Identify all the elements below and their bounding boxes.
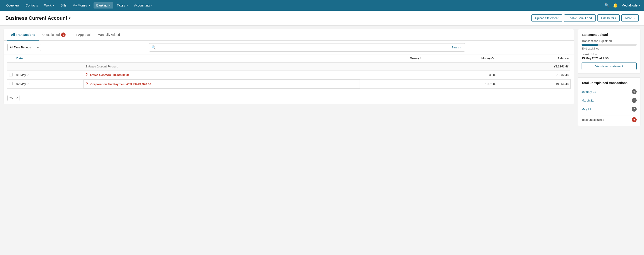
balance-forward-row: Balance brought Forward £21,362.48: [8, 63, 570, 71]
pagination-row: 25 10 50 100: [4, 92, 574, 104]
nav-contacts[interactable]: Contacts: [23, 2, 40, 9]
search-magnifier-icon: 🔍: [149, 44, 158, 51]
row-balance: 19,956.48: [498, 80, 570, 89]
total-unexplained-label: Total unexplained: [582, 118, 604, 121]
statement-upload-title: Statement upload: [582, 33, 636, 37]
row-money-out: 1,376.00: [424, 80, 498, 89]
nav-right: 🔍 🔔 MediaNode: [604, 3, 640, 8]
row-money-out: 30.00: [424, 71, 498, 80]
row-status-cell: ? Office Costs//OTHER/£30.00: [84, 71, 360, 80]
table-row: 02 May 21 ? Corporation Tax Payment//OTH…: [8, 80, 570, 89]
tab-unexplained[interactable]: Unexplained 9: [39, 29, 69, 41]
unexplained-icon[interactable]: ?: [86, 73, 88, 77]
view-latest-statement-button[interactable]: View latest statement: [582, 63, 636, 70]
list-item: May 21 2: [582, 105, 636, 113]
nav-mymoney[interactable]: My Money: [70, 2, 93, 9]
progress-bar-fill: [582, 44, 598, 46]
search-box: 🔍 Search: [149, 43, 465, 52]
balance-forward-amount: £21,362.48: [498, 63, 570, 71]
row-date: 02 May 21: [14, 80, 84, 89]
enable-bank-feed-button[interactable]: Enable Bank Feed: [564, 14, 596, 22]
more-button[interactable]: More: [622, 14, 639, 22]
search-wrapper: 🔍 Search: [44, 43, 570, 52]
month-march-link[interactable]: March 21: [582, 99, 594, 102]
progress-text: 30% explained: [582, 47, 636, 50]
balance-forward-label: Balance brought Forward: [84, 63, 360, 71]
transactions-panel: All Transactions Unexplained 9 For Appro…: [4, 29, 574, 104]
tab-manually-added[interactable]: Manually Added: [94, 29, 124, 41]
search-input[interactable]: [158, 44, 448, 51]
per-page-select[interactable]: 25 10 50 100: [8, 95, 20, 101]
unexplained-list: January 21 6 March 21 1 May 21 2: [582, 87, 636, 113]
list-item: January 21 6: [582, 87, 636, 96]
sort-arrow-icon: ▲: [24, 57, 26, 60]
row-status-cell: ? Corporation Tax Payment//OTHER/£1,376.…: [84, 80, 360, 89]
latest-upload-value: 19 May 2021 at 4:55: [582, 57, 636, 60]
transactions-table: Date ▲ Money In Money Out Balance B: [8, 55, 570, 89]
row-balance: 21,332.48: [498, 71, 570, 80]
month-january-link[interactable]: January 21: [582, 90, 596, 93]
january-count-badge: 6: [632, 89, 636, 94]
unexplained-icon[interactable]: ?: [86, 82, 88, 86]
account-title[interactable]: Business Current Account ▾: [5, 15, 70, 21]
search-button[interactable]: Search: [448, 44, 465, 51]
transactions-table-container: Date ▲ Money In Money Out Balance B: [4, 55, 574, 92]
unexplained-badge: 9: [61, 33, 66, 37]
col-money-out: Money Out: [424, 55, 498, 63]
total-count-badge: 9: [632, 117, 636, 122]
col-description: [84, 55, 360, 63]
col-money-in: Money In: [360, 55, 424, 63]
edit-details-button[interactable]: Edit Details: [598, 14, 620, 22]
may-count-badge: 2: [632, 107, 636, 112]
col-balance: Balance: [498, 55, 570, 63]
transaction-link[interactable]: Office Costs//OTHER/£30.00: [90, 73, 129, 77]
main-content: All Transactions Unexplained 9 For Appro…: [0, 26, 644, 255]
header-actions: Upload Statement Enable Bank Feed Edit D…: [532, 14, 639, 22]
march-count-badge: 1: [632, 98, 636, 103]
top-navigation: Overview Contacts Work Bills My Money Ba…: [0, 0, 644, 11]
nav-overview[interactable]: Overview: [4, 2, 22, 9]
nav-accounting[interactable]: Accounting: [131, 2, 155, 9]
time-period-select[interactable]: All Time Periods This Month Last Month T…: [8, 44, 41, 51]
row-date: 01 May 21: [14, 71, 84, 80]
search-icon[interactable]: 🔍: [604, 3, 609, 8]
list-item: March 21 1: [582, 96, 636, 105]
bell-icon[interactable]: 🔔: [613, 3, 618, 8]
row-money-in: [360, 71, 424, 80]
tab-for-approval[interactable]: For Approval: [69, 29, 94, 41]
row-checkbox[interactable]: [9, 82, 13, 85]
nav-items: Overview Contacts Work Bills My Money Ba…: [4, 2, 604, 9]
progress-bar-background: [582, 44, 636, 46]
upload-statement-button[interactable]: Upload Statement: [532, 14, 562, 22]
header-bar: Business Current Account ▾ Upload Statem…: [0, 11, 644, 26]
dropdown-chevron-icon: ▾: [69, 16, 70, 20]
filters-row: All Time Periods This Month Last Month T…: [4, 41, 574, 55]
total-unexplained-row: Total unexplained 9: [582, 115, 636, 122]
transaction-link[interactable]: Corporation Tax Payment//OTHER/£1,376.00: [90, 83, 151, 86]
nav-taxes[interactable]: Taxes: [114, 2, 131, 9]
row-money-in: [360, 80, 424, 89]
col-date[interactable]: Date ▲: [14, 55, 84, 63]
nav-work[interactable]: Work: [42, 2, 57, 9]
right-panel: Statement upload Transactions Explained …: [578, 29, 640, 126]
unexplained-transactions-card: Total unexplained transactions January 2…: [578, 77, 640, 126]
table-row: 01 May 21 ? Office Costs//OTHER/£30.00 3…: [8, 71, 570, 80]
row-checkbox[interactable]: [9, 73, 13, 76]
tab-all-transactions[interactable]: All Transactions: [8, 29, 39, 41]
statement-upload-card: Statement upload Transactions Explained …: [578, 29, 640, 74]
nav-bills[interactable]: Bills: [58, 2, 69, 9]
month-may-link[interactable]: May 21: [582, 108, 591, 111]
col-checkbox: [8, 55, 14, 63]
nav-banking[interactable]: Banking: [94, 2, 113, 9]
tab-bar: All Transactions Unexplained 9 For Appro…: [4, 29, 574, 41]
user-menu[interactable]: MediaNode: [622, 4, 640, 7]
total-unexplained-title: Total unexplained transactions: [582, 81, 636, 85]
latest-upload-label: Latest Upload: [582, 53, 636, 56]
transactions-explained-label: Transactions Explained: [582, 39, 636, 43]
